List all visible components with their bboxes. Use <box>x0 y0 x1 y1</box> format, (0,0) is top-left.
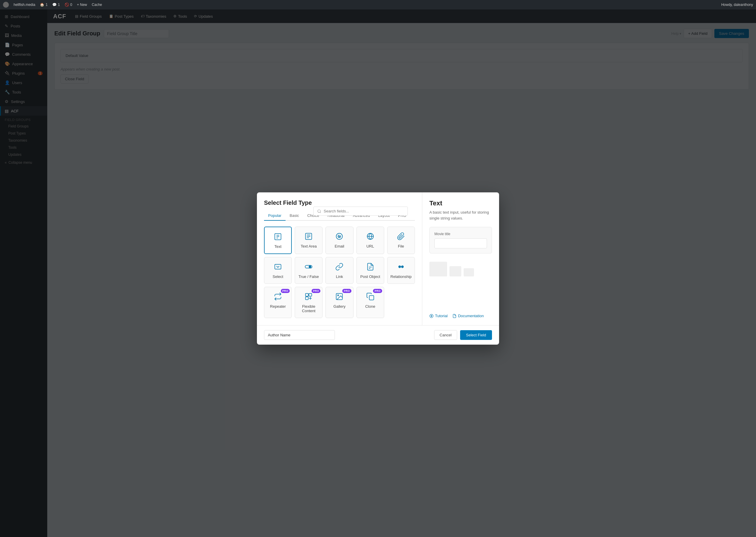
documentation-link[interactable]: Documentation <box>452 314 484 318</box>
documentation-label: Documentation <box>458 314 484 318</box>
deco-box-1 <box>429 262 447 276</box>
field-icon-url <box>366 231 375 241</box>
comments-count: 1 <box>58 3 60 7</box>
field-card-true_false[interactable]: True / False <box>295 257 323 284</box>
field-card-file[interactable]: File <box>387 227 415 254</box>
svg-rect-24 <box>309 294 312 296</box>
cancel-button[interactable]: Cancel <box>434 330 457 340</box>
modal-overlay[interactable]: Select Field Type PopularBasicChoiceRela… <box>0 0 756 537</box>
field-card-text[interactable]: Text <box>264 227 292 254</box>
field-label-file: File <box>398 244 404 248</box>
field-label-email: Email <box>334 244 344 248</box>
svg-point-21 <box>399 266 400 267</box>
decorative-boxes <box>429 262 492 276</box>
field-icon-clone <box>366 292 375 301</box>
cache-label: Cache <box>92 3 102 7</box>
field-card-relationship[interactable]: Relationship <box>387 257 415 284</box>
field-icon-textarea <box>304 231 313 241</box>
modal-footer: Cancel Select Field <box>257 325 499 345</box>
panel-links: Tutorial Documentation <box>429 314 492 318</box>
field-label-post_object: Post Object <box>360 274 380 279</box>
panel-type-title: Text <box>429 199 492 207</box>
field-name-input[interactable] <box>264 330 335 340</box>
posts-count: 1 <box>45 3 48 7</box>
admin-bar-spam[interactable]: 🚫 0 <box>65 3 72 7</box>
search-input[interactable] <box>324 209 404 213</box>
site-avatar <box>3 2 9 8</box>
modal-header-row: Select Field Type <box>264 199 415 211</box>
site-name: hellfish.media <box>14 3 35 7</box>
pro-badge-clone: PRO <box>373 289 382 293</box>
admin-bar-site[interactable]: hellfish.media <box>14 3 35 7</box>
deco-box-3 <box>464 268 474 276</box>
admin-bar: hellfish.media 🏠 1 💬 1 🚫 0 + New Cache H… <box>0 0 756 10</box>
field-card-link[interactable]: Link <box>326 257 353 284</box>
comments-icon: 💬 <box>52 3 57 7</box>
field-card-repeater[interactable]: PRO Repeater <box>264 287 292 318</box>
field-card-gallery[interactable]: PRO Gallery <box>326 287 353 318</box>
tab-popular[interactable]: Popular <box>264 211 286 221</box>
modal-title: Select Field Type <box>264 199 312 206</box>
field-icon-select <box>273 262 283 271</box>
field-label-select: Select <box>273 274 283 279</box>
field-icon-gallery <box>334 292 344 301</box>
new-label: + New <box>77 3 87 7</box>
admin-bar-posts[interactable]: 🏠 1 <box>40 3 48 7</box>
deco-box-2 <box>450 266 461 276</box>
field-icon-file <box>396 231 406 241</box>
field-label-relationship: Relationship <box>390 274 412 279</box>
field-label-true_false: True / False <box>298 274 319 279</box>
svg-line-1 <box>320 212 321 213</box>
modal-body: Select Field Type PopularBasicChoiceRela… <box>257 192 499 325</box>
field-card-email[interactable]: Email <box>326 227 353 254</box>
cancel-label: Cancel <box>440 333 452 337</box>
svg-rect-14 <box>275 265 281 269</box>
svg-point-29 <box>338 295 339 296</box>
howdy-text: Howdy, daleanthony <box>721 3 753 7</box>
play-icon <box>429 314 433 318</box>
modal-right-panel: Text A basic text input, useful for stor… <box>422 192 499 325</box>
tab-basic[interactable]: Basic <box>286 211 303 221</box>
admin-bar-user: Howdy, daleanthony <box>721 3 753 7</box>
search-icon <box>317 209 321 213</box>
modal-left-panel: Select Field Type PopularBasicChoiceRela… <box>257 192 422 325</box>
field-card-select[interactable]: Select <box>264 257 292 284</box>
admin-bar-new[interactable]: + New <box>77 3 87 7</box>
svg-rect-25 <box>306 297 308 300</box>
field-card-textarea[interactable]: Text Area <box>295 227 323 254</box>
field-icon-flexible_content <box>304 292 313 301</box>
select-field-type-modal: Select Field Type PopularBasicChoiceRela… <box>257 192 499 345</box>
svg-point-22 <box>402 266 403 267</box>
field-label-clone: Clone <box>365 304 375 309</box>
field-preview-box: Movie title <box>429 227 492 253</box>
field-card-url[interactable]: URL <box>356 227 384 254</box>
field-icon-email <box>334 231 344 241</box>
select-field-label: Select Field <box>466 333 486 337</box>
admin-bar-comments[interactable]: 💬 1 <box>52 3 60 7</box>
select-field-button[interactable]: Select Field <box>460 330 492 340</box>
spam-count: 0 <box>70 3 72 7</box>
admin-bar-cache[interactable]: Cache <box>92 3 102 7</box>
svg-point-16 <box>309 266 311 268</box>
field-icon-text <box>273 232 283 241</box>
field-label-textarea: Text Area <box>301 244 317 248</box>
preview-label: Movie title <box>434 232 487 236</box>
pro-badge-gallery: PRO <box>342 289 351 293</box>
panel-description: A basic text input, useful for storing s… <box>429 210 492 221</box>
tutorial-link[interactable]: Tutorial <box>429 314 448 318</box>
field-icon-post_object <box>366 262 375 271</box>
svg-point-0 <box>318 210 320 212</box>
field-label-url: URL <box>367 244 374 248</box>
field-icon-link <box>334 262 344 271</box>
field-card-clone[interactable]: PRO Clone <box>356 287 384 318</box>
field-grid: Text Text Area Email URL File Select Tru… <box>264 227 415 318</box>
spam-icon: 🚫 <box>65 3 69 7</box>
pro-badge-repeater: PRO <box>281 289 290 293</box>
field-card-flexible_content[interactable]: PRO Flexible Content <box>295 287 323 318</box>
svg-marker-32 <box>431 315 432 316</box>
field-label-link: Link <box>336 274 343 279</box>
field-icon-relationship <box>396 262 406 271</box>
field-icon-repeater <box>273 292 283 301</box>
field-card-post_object[interactable]: Post Object <box>356 257 384 284</box>
svg-rect-23 <box>306 294 308 296</box>
